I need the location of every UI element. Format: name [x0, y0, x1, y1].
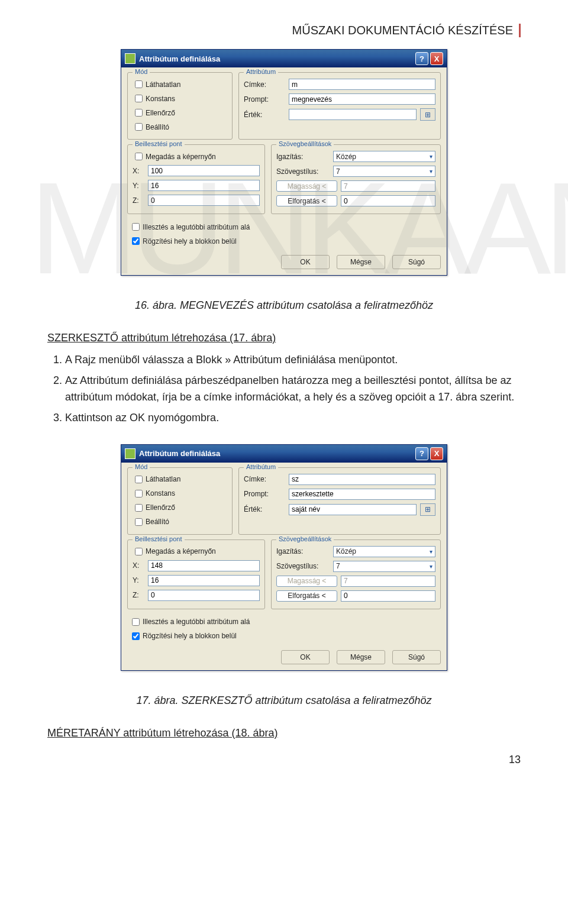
lbl-align-below: Illesztés a legutóbbi attribútum alá — [143, 618, 250, 626]
chk-verify[interactable] — [135, 109, 143, 117]
legend-mod: Mód — [133, 68, 150, 75]
insert-field-icon[interactable]: ⊞ — [420, 108, 435, 121]
lbl-invisible: Láthatatlan — [146, 475, 180, 483]
chk-specify-onscreen[interactable] — [135, 548, 143, 555]
select-justify[interactable]: Közép▾ — [333, 151, 435, 162]
group-text: Szövegbeállítások Igazítás:Közép▾ Szöveg… — [271, 144, 441, 214]
page-header: MŰSZAKI DOKUMENTÁCIÓ KÉSZÍTÉSE — [47, 24, 521, 37]
chevron-down-icon: ▾ — [430, 563, 433, 570]
lbl-z: Z: — [133, 591, 144, 599]
chk-align-below[interactable] — [132, 618, 140, 626]
chk-specify-onscreen[interactable] — [135, 153, 143, 160]
chk-constant[interactable] — [135, 95, 143, 102]
lbl-tag: Címke: — [244, 475, 285, 483]
input-prompt[interactable] — [289, 93, 435, 105]
lbl-verify: Ellenőrző — [146, 109, 175, 117]
list-item: Az Attribútum definiálása párbeszédpanel… — [65, 372, 521, 406]
title-bar: Attribútum definiálása ? X — [121, 445, 447, 463]
input-y[interactable] — [148, 180, 260, 191]
group-mod: Mód Láthatatlan Konstans Ellenőrző Beáll… — [127, 72, 233, 140]
btn-height: Magasság < — [276, 576, 337, 587]
lbl-specify-onscreen: Megadás a képernyőn — [146, 547, 216, 555]
input-prompt[interactable] — [289, 489, 435, 500]
ok-button[interactable]: OK — [281, 255, 330, 269]
close-icon[interactable]: X — [430, 52, 443, 65]
lbl-tag: Címke: — [244, 80, 285, 89]
dialog-title: Attribútum definiálása — [139, 54, 414, 63]
lbl-style: Szövegstílus: — [276, 562, 330, 570]
legend-text: Szövegbeállítások — [276, 140, 334, 147]
chk-lock-position[interactable] — [132, 632, 140, 640]
lbl-preset: Beállító — [146, 123, 169, 131]
lbl-verify: Ellenőrző — [146, 503, 175, 512]
input-tag[interactable] — [289, 79, 435, 90]
lbl-value: Érték: — [244, 505, 285, 513]
lbl-justify: Igazítás: — [276, 153, 330, 161]
lbl-x: X: — [133, 167, 144, 175]
select-style[interactable]: 7▾ — [333, 561, 435, 572]
btn-rotation[interactable]: Elforgatás < — [276, 590, 337, 602]
group-text: Szövegbeállítások Igazítás:Közép▾ Szöveg… — [271, 539, 441, 609]
select-justify[interactable]: Közép▾ — [333, 546, 435, 557]
chevron-down-icon: ▾ — [430, 153, 433, 160]
input-value[interactable] — [289, 504, 417, 515]
group-attr: Attribútum Címke: Prompt: Érték:⊞ — [238, 467, 441, 535]
select-style[interactable]: 7▾ — [333, 166, 435, 177]
lbl-specify-onscreen: Megadás a képernyőn — [146, 153, 216, 161]
chk-align-below[interactable] — [132, 223, 140, 231]
figure-caption-16: 16. ábra. MEGNEVEZÉS attribútum csatolás… — [47, 299, 521, 312]
help-icon[interactable]: ? — [415, 52, 428, 65]
help-button[interactable]: Súgó — [392, 650, 441, 664]
input-z[interactable] — [148, 590, 260, 601]
input-tag[interactable] — [289, 474, 435, 485]
input-x[interactable] — [148, 560, 260, 571]
lbl-y: Y: — [133, 576, 144, 584]
help-button[interactable]: Súgó — [392, 255, 441, 269]
app-icon — [125, 53, 135, 64]
lbl-x: X: — [133, 561, 144, 570]
lbl-invisible: Láthatatlan — [146, 80, 180, 89]
input-rotation[interactable] — [341, 590, 435, 602]
lbl-constant: Konstans — [146, 95, 175, 103]
lbl-preset: Beállító — [146, 518, 169, 526]
chk-preset[interactable] — [135, 123, 143, 131]
input-value[interactable] — [289, 109, 417, 120]
input-height — [341, 576, 435, 587]
input-z[interactable] — [148, 195, 260, 206]
list-item: Kattintson az OK nyomógombra. — [65, 409, 521, 427]
chk-lock-position[interactable] — [132, 237, 140, 245]
chk-invisible[interactable] — [135, 476, 143, 483]
lbl-prompt: Prompt: — [244, 490, 285, 498]
ok-button[interactable]: OK — [281, 650, 330, 664]
legend-insertion: Beillesztési pont — [133, 140, 185, 147]
list-item: A Rajz menüből válassza a Blokk » Attrib… — [65, 351, 521, 369]
btn-height: Magasság < — [276, 180, 337, 192]
chk-verify[interactable] — [135, 504, 143, 512]
input-x[interactable] — [148, 165, 260, 176]
chk-invisible[interactable] — [135, 80, 143, 88]
btn-rotation[interactable]: Elforgatás < — [276, 195, 337, 206]
lbl-justify: Igazítás: — [276, 547, 330, 555]
lbl-lock-position: Rögzítési hely a blokkon belül — [143, 632, 237, 640]
input-rotation[interactable] — [341, 195, 435, 206]
chevron-down-icon: ▾ — [430, 548, 433, 555]
close-icon[interactable]: X — [430, 447, 443, 460]
help-icon[interactable]: ? — [415, 447, 428, 460]
lbl-align-below: Illesztés a legutóbbi attribútum alá — [143, 223, 250, 231]
cancel-button[interactable]: Mégse — [337, 650, 385, 664]
chevron-down-icon: ▾ — [430, 168, 433, 175]
group-insertion: Beillesztési pont Megadás a képernyőn X:… — [127, 539, 265, 609]
chk-preset[interactable] — [135, 518, 143, 526]
chk-constant[interactable] — [135, 490, 143, 497]
app-icon — [125, 448, 135, 459]
legend-text: Szövegbeállítások — [276, 535, 334, 542]
legend-mod: Mód — [133, 463, 150, 470]
group-attr: Attribútum Címke: Prompt: Érték:⊞ — [238, 72, 441, 140]
input-y[interactable] — [148, 575, 260, 586]
legend-attr: Attribútum — [244, 68, 278, 75]
insert-field-icon[interactable]: ⊞ — [420, 503, 435, 516]
cancel-button[interactable]: Mégse — [337, 255, 385, 269]
group-mod: Mód Láthatatlan Konstans Ellenőrző Beáll… — [127, 467, 233, 535]
heading-meretarany: MÉRETARÁNY attribútum létrehozása (18. á… — [47, 725, 521, 742]
instruction-list-1: A Rajz menüből válassza a Blokk » Attrib… — [47, 351, 521, 427]
